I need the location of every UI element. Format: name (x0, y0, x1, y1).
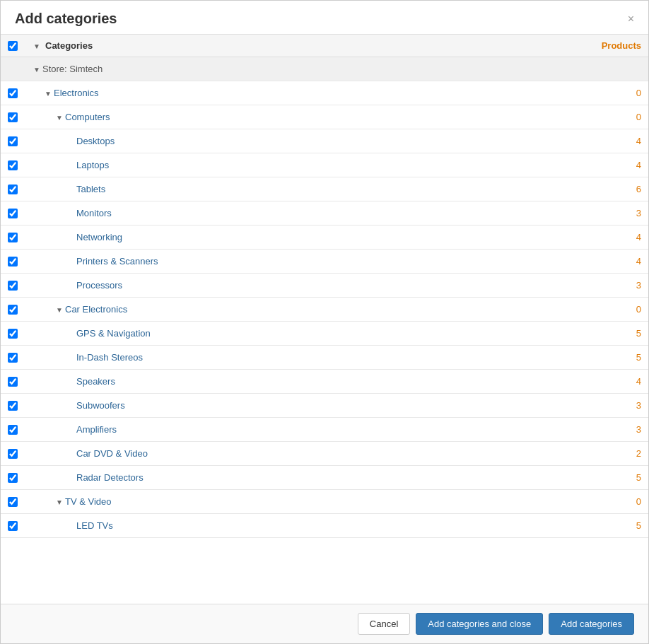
table-row: Laptops4 (1, 153, 648, 177)
category-link[interactable]: Processors (76, 280, 122, 291)
table-row: ▼TV & Video0 (1, 490, 648, 514)
check-col (8, 377, 33, 387)
expand-icon[interactable]: ▼ (56, 306, 63, 313)
products-count: 0 (585, 496, 641, 507)
row-checkbox[interactable] (8, 473, 18, 483)
check-col (8, 136, 33, 146)
table-row: Printers & Scanners4 (1, 250, 648, 274)
check-col (8, 233, 33, 242)
name-col: Amplifiers (33, 424, 585, 435)
check-col (8, 88, 33, 98)
check-col (8, 353, 33, 363)
row-checkbox[interactable] (8, 305, 18, 315)
expand-icon[interactable]: ▼ (56, 114, 63, 121)
name-col: Monitors (33, 208, 585, 218)
products-count: 4 (585, 256, 641, 267)
row-checkbox[interactable] (8, 425, 18, 435)
products-count: 4 (585, 136, 641, 146)
row-checkbox[interactable] (8, 521, 18, 531)
row-checkbox[interactable] (8, 449, 18, 459)
select-all-checkbox[interactable] (8, 41, 18, 51)
table-row: GPS & Navigation5 (1, 322, 648, 346)
table-header: ▼ Categories Products (1, 35, 648, 57)
name-col: Subwoofers (33, 400, 585, 411)
category-link[interactable]: In-Dash Stereos (76, 352, 143, 363)
category-link[interactable]: TV & Video (65, 496, 112, 507)
name-col: ▼TV & Video (33, 496, 585, 507)
name-col: Tablets (33, 184, 585, 194)
name-col: ▼Electronics (33, 88, 585, 98)
cancel-button[interactable]: Cancel (358, 613, 410, 635)
products-count: 3 (585, 400, 641, 411)
category-link[interactable]: Car DVD & Video (76, 448, 148, 459)
products-count: 5 (585, 472, 641, 483)
products-count: 4 (585, 160, 641, 170)
row-checkbox[interactable] (8, 88, 18, 98)
table-row: Car DVD & Video2 (1, 442, 648, 466)
name-col: LED TVs (33, 520, 585, 531)
row-checkbox[interactable] (8, 329, 18, 339)
category-link[interactable]: Radar Detectors (76, 472, 144, 483)
row-checkbox[interactable] (8, 497, 18, 507)
row-checkbox[interactable] (8, 209, 18, 218)
row-checkbox[interactable] (8, 377, 18, 387)
category-link[interactable]: LED TVs (76, 520, 113, 531)
row-checkbox[interactable] (8, 257, 18, 267)
category-link[interactable]: Tablets (76, 184, 105, 194)
check-col (8, 209, 33, 218)
category-link[interactable]: Amplifiers (76, 424, 117, 435)
store-row: ▼Store: Simtech (1, 57, 648, 81)
modal-footer: Cancel Add categories and close Add cate… (1, 604, 648, 643)
category-link[interactable]: GPS & Navigation (76, 328, 151, 339)
row-checkbox[interactable] (8, 160, 18, 170)
name-col: Radar Detectors (33, 472, 585, 483)
category-link[interactable]: Speakers (76, 376, 115, 387)
categories-table: ▼ Categories Products ▼Store: Simtech▼El… (1, 35, 648, 538)
row-checkbox[interactable] (8, 136, 18, 146)
table-row: ▼Computers0 (1, 105, 648, 129)
expand-icon[interactable]: ▼ (33, 66, 40, 73)
header-categories-col: ▼ Categories (33, 40, 585, 51)
category-link[interactable]: Computers (65, 112, 110, 122)
table-row: In-Dash Stereos5 (1, 346, 648, 370)
add-categories-button[interactable]: Add categories (549, 613, 634, 635)
check-col (8, 473, 33, 483)
check-col (8, 257, 33, 267)
row-checkbox[interactable] (8, 185, 18, 194)
row-checkbox[interactable] (8, 112, 18, 122)
name-col: GPS & Navigation (33, 328, 585, 339)
expand-icon[interactable]: ▼ (56, 498, 63, 505)
products-count: 6 (585, 184, 641, 194)
table-row: Amplifiers3 (1, 418, 648, 442)
close-button[interactable]: × (628, 13, 634, 25)
check-col (8, 160, 33, 170)
row-checkbox[interactable] (8, 353, 18, 363)
table-row: Monitors3 (1, 201, 648, 226)
name-col: Networking (33, 232, 585, 242)
table-row: Subwoofers3 (1, 394, 648, 418)
check-col (8, 401, 33, 411)
category-link[interactable]: Electronics (54, 88, 99, 98)
category-link[interactable]: Monitors (76, 208, 112, 218)
row-checkbox[interactable] (8, 233, 18, 242)
row-checkbox[interactable] (8, 401, 18, 411)
products-count: 5 (585, 352, 641, 363)
add-categories-close-button[interactable]: Add categories and close (416, 613, 543, 635)
check-col (8, 521, 33, 531)
modal-title: Add categories (15, 11, 117, 27)
products-count: 3 (585, 208, 641, 218)
category-link[interactable]: Networking (76, 232, 122, 242)
check-col (8, 305, 33, 315)
expand-icon[interactable]: ▼ (45, 90, 52, 97)
category-link[interactable]: Subwoofers (76, 400, 125, 411)
header-products-col: Products (585, 40, 641, 51)
category-link[interactable]: Printers & Scanners (76, 256, 158, 267)
table-row: ▼Electronics0 (1, 81, 648, 105)
check-col (8, 497, 33, 507)
category-link[interactable]: Desktops (76, 136, 115, 146)
category-link[interactable]: Laptops (76, 160, 109, 170)
products-column-label: Products (602, 40, 641, 51)
check-col (8, 425, 33, 435)
row-checkbox[interactable] (8, 281, 18, 291)
category-link[interactable]: Car Electronics (65, 304, 127, 315)
